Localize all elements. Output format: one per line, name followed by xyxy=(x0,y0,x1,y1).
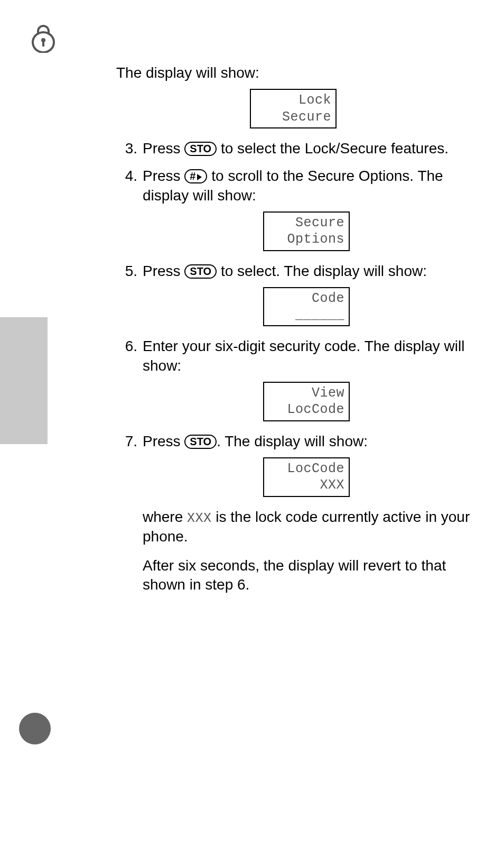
step-number: 3. xyxy=(95,139,137,158)
xxx-placeholder: XXX xyxy=(187,511,212,526)
step-text: . The display will show: xyxy=(217,433,368,449)
after-paragraph: After six seconds, the display will reve… xyxy=(143,556,470,595)
display-line: Options xyxy=(268,231,344,247)
sto-key: STO xyxy=(184,142,217,156)
content: The display will show: Lock Secure 3. Pr… xyxy=(116,63,470,603)
hash-scroll-key: # xyxy=(184,169,207,183)
svg-rect-2 xyxy=(42,41,44,47)
step-6: 6. Enter your six-digit security code. T… xyxy=(116,337,470,421)
tail-text: where xyxy=(143,509,187,525)
display-line: ______ xyxy=(268,307,344,323)
lock-icon xyxy=(32,24,55,53)
chevron-right-icon xyxy=(197,174,202,180)
step-number: 7. xyxy=(95,432,137,451)
display-line: LocCode xyxy=(268,401,344,418)
step-list: 3. Press STO to select the Lock/Secure f… xyxy=(116,139,470,594)
intro-text: The display will show: xyxy=(116,63,470,82)
step-number: 5. xyxy=(95,262,137,281)
sto-key: STO xyxy=(184,435,217,449)
page-marker xyxy=(19,713,51,744)
step-text: Press xyxy=(143,140,184,157)
display-secure-options: Secure Options xyxy=(263,211,350,251)
display-loccode-xxx: LocCode XXX xyxy=(263,457,350,497)
display-line: Code xyxy=(268,290,344,307)
step-3: 3. Press STO to select the Lock/Secure f… xyxy=(116,139,470,158)
display-line: LocCode xyxy=(268,461,344,477)
step-5: 5. Press STO to select. The display will… xyxy=(116,262,470,327)
step-text: to select. The display will show: xyxy=(217,263,427,279)
step-text: Press xyxy=(143,263,184,279)
page: The display will show: Lock Secure 3. Pr… xyxy=(0,0,504,865)
step-text: Enter your six-digit security code. The … xyxy=(143,338,465,373)
display-line: View xyxy=(268,385,344,401)
display-line: XXX xyxy=(268,477,344,493)
sto-key: STO xyxy=(184,264,217,279)
display-lock-secure: Lock Secure xyxy=(250,89,337,128)
display-line: Lock xyxy=(255,92,331,108)
display-view-loccode: View LocCode xyxy=(263,382,350,421)
step-text: Press xyxy=(143,433,184,449)
step-text: to select the Lock/Secure features. xyxy=(217,140,449,157)
display-line: Secure xyxy=(268,215,344,231)
step-number: 4. xyxy=(95,167,137,186)
step-number: 6. xyxy=(95,337,137,356)
display-line: Secure xyxy=(255,109,331,125)
display-code: Code ______ xyxy=(263,287,350,327)
step-4: 4. Press # to scroll to the Secure Optio… xyxy=(116,167,470,251)
side-tab xyxy=(0,317,48,444)
step-7: 7. Press STO. The display will show: Loc… xyxy=(116,432,470,595)
step-text: Press xyxy=(143,168,184,184)
where-paragraph: where XXX is the lock code currently act… xyxy=(143,508,470,547)
